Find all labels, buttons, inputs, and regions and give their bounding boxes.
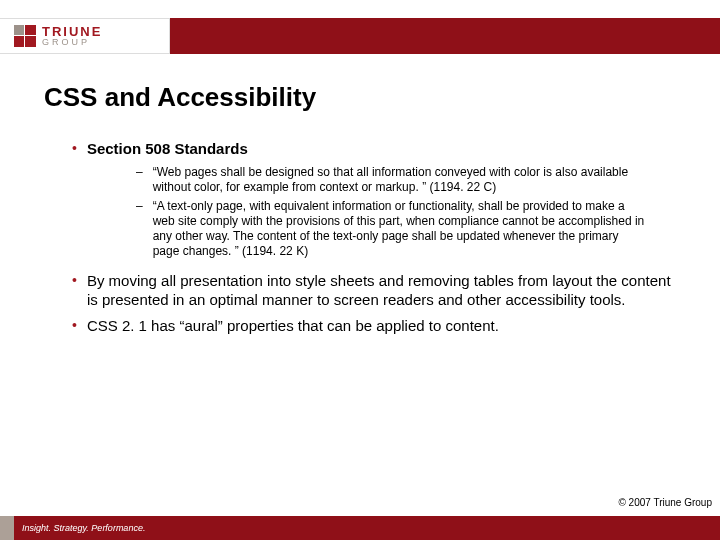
bullet-text: By moving all presentation into style sh… (87, 271, 676, 310)
dash-icon: – (136, 199, 143, 259)
bullet-item: • Section 508 Standards (72, 139, 676, 159)
slide-footer: Insight. Strategy. Performance. (0, 516, 720, 540)
dash-icon: – (136, 165, 143, 195)
sub-bullet-text: “A text-only page, with equivalent infor… (153, 199, 646, 259)
footer-accent (0, 516, 14, 540)
bullet-text: Section 508 Standards (87, 139, 248, 159)
bullet-item: • CSS 2. 1 has “aural” properties that c… (72, 316, 676, 336)
bullet-icon: • (72, 316, 77, 336)
sub-bullet-item: – “Web pages shall be designed so that a… (136, 165, 646, 195)
bullet-item: • By moving all presentation into style … (72, 271, 676, 310)
logo-icon (14, 25, 36, 47)
sub-bullet-item: – “A text-only page, with equivalent inf… (136, 199, 646, 259)
bullet-icon: • (72, 271, 77, 310)
header-bar (170, 18, 720, 54)
slide-header: TRIUNE GROUP (0, 0, 720, 54)
logo-text: TRIUNE GROUP (42, 25, 102, 47)
slide-content: CSS and Accessibility • Section 508 Stan… (0, 54, 720, 335)
bullet-icon: • (72, 139, 77, 159)
bullet-text: CSS 2. 1 has “aural” properties that can… (87, 316, 499, 336)
sub-bullet-text: “Web pages shall be designed so that all… (153, 165, 646, 195)
logo: TRIUNE GROUP (0, 18, 170, 54)
footer-tagline: Insight. Strategy. Performance. (22, 523, 145, 533)
logo-line2: GROUP (42, 38, 102, 47)
slide-title: CSS and Accessibility (44, 82, 676, 113)
copyright-text: © 2007 Triune Group (618, 497, 712, 508)
